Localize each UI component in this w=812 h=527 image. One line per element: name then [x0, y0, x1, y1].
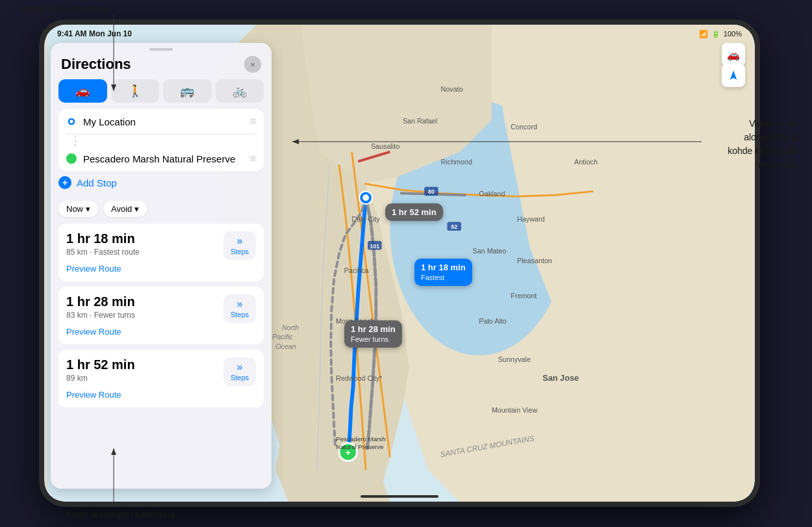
- svg-text:North: North: [282, 324, 299, 331]
- close-button[interactable]: ×: [244, 56, 261, 73]
- svg-text:Fremont: Fremont: [511, 292, 537, 300]
- add-stop-label: Add Stop: [77, 177, 117, 188]
- options-row: Now ▾ Avoid ▾: [51, 194, 272, 224]
- steps-2-chevrons: »: [237, 299, 243, 309]
- preview-route-1-button[interactable]: Preview Route: [66, 260, 256, 274]
- bottom-annotation: Katso reittiohjeet luettelona.: [65, 509, 177, 521]
- car-view-button[interactable]: 🚗: [722, 43, 745, 66]
- transport-bike-button[interactable]: 🚲: [216, 79, 264, 103]
- svg-text:Daly City: Daly City: [352, 215, 381, 223]
- svg-text:Oakland: Oakland: [479, 190, 505, 198]
- svg-text:San Mateo: San Mateo: [473, 247, 507, 255]
- svg-text:101: 101: [370, 243, 379, 250]
- panel-header: Directions ×: [51, 51, 272, 79]
- svg-point-51: [70, 120, 73, 123]
- svg-text:San Rafael: San Rafael: [403, 117, 437, 125]
- preview-route-3-button[interactable]: Preview Route: [66, 386, 256, 400]
- svg-text:Natural Preserve: Natural Preserve: [336, 443, 383, 450]
- svg-text:Antioch: Antioch: [574, 158, 598, 166]
- route-card-3: 1 hr 52 min 89 km » Steps Preview Route: [58, 350, 264, 407]
- transport-transit-button[interactable]: 🚌: [163, 79, 212, 103]
- fewerturns-callout-time: 1 hr 28 min: [351, 324, 396, 334]
- svg-text:Richmond: Richmond: [441, 158, 472, 166]
- svg-text:92: 92: [451, 224, 457, 230]
- route-2-time: 1 hr 28 min: [66, 294, 135, 309]
- svg-text:Concord: Concord: [511, 123, 537, 131]
- add-stop-row[interactable]: + Add Stop: [51, 171, 272, 194]
- wifi-icon: 📶: [699, 30, 708, 38]
- tablet-frame: 9:41 AM Mon Jun 10 📶 🔋 100%: [39, 19, 760, 507]
- svg-text:80: 80: [428, 188, 435, 195]
- route-3-detail: 89 km: [66, 374, 135, 383]
- svg-text:Redwood City*: Redwood City*: [336, 374, 383, 382]
- time-option[interactable]: Now ▾: [58, 201, 98, 217]
- time-label: Now: [66, 204, 83, 214]
- fewerturns-callout-label: Fewer turns: [351, 335, 388, 343]
- third-route-callout: 1 hr 52 min: [385, 203, 443, 221]
- svg-text:Hayward: Hayward: [517, 215, 544, 223]
- fastest-callout-label: Fastest: [421, 274, 444, 281]
- add-stop-icon: +: [58, 176, 71, 189]
- origin-row: My Location ≡: [66, 109, 256, 135]
- home-indicator: [361, 495, 438, 498]
- route-3-info: 1 hr 52 min 89 km: [66, 357, 135, 383]
- steps-1-chevrons: »: [237, 236, 243, 246]
- route-1-steps-button[interactable]: » Steps: [223, 231, 256, 260]
- top-annotation-text: Valitse matkustustapa.: [19, 4, 110, 14]
- transport-car-button[interactable]: 🚗: [58, 79, 107, 103]
- route-3-time: 1 hr 52 min: [66, 357, 135, 372]
- route-2-header: 1 hr 28 min 83 km · Fewer turns » Steps: [66, 294, 256, 323]
- status-right: 📶 🔋 100%: [699, 30, 742, 38]
- svg-text:San Jose: San Jose: [542, 373, 579, 383]
- route-1-info: 1 hr 18 min 85 km · Fastest route: [66, 231, 140, 257]
- route-2-steps-button[interactable]: » Steps: [223, 294, 256, 323]
- fastest-callout-time: 1 hr 18 min: [421, 263, 466, 272]
- route-3-header: 1 hr 52 min 89 km » Steps: [66, 357, 256, 386]
- right-annotation-text: Vaihda reitin aloituspiste ja kohde kesk…: [728, 117, 799, 172]
- avoid-chevron: ▾: [134, 204, 139, 214]
- avoid-label: Avoid: [111, 204, 132, 214]
- battery-icon: 🔋: [711, 30, 720, 38]
- steps-2-label: Steps: [231, 311, 249, 318]
- preview-route-2-button[interactable]: Preview Route: [66, 323, 256, 337]
- route-2-detail: 83 km · Fewer turns: [66, 311, 135, 320]
- svg-text:Pescadero Marsh: Pescadero Marsh: [336, 435, 386, 443]
- origin-drag-handle: ≡: [250, 116, 256, 127]
- connector-dots: ⋮: [66, 135, 256, 146]
- route-3-steps-button[interactable]: » Steps: [223, 357, 256, 386]
- route-cards: 1 hr 18 min 85 km · Fastest route » Step…: [51, 224, 272, 413]
- svg-text:Palo Alto: Palo Alto: [479, 317, 506, 325]
- right-annotation: Vaihda reitin aloituspiste ja kohde kesk…: [728, 117, 799, 172]
- svg-text:Ocean: Ocean: [275, 342, 296, 350]
- route-inputs: My Location ≡ ⋮ Pescadero Marsh Natural …: [58, 109, 264, 171]
- fewerturns-route-callout: 1 hr 28 min Fewer turns: [344, 320, 402, 348]
- svg-text:Pleasanton: Pleasanton: [517, 257, 552, 264]
- location-button[interactable]: [722, 64, 745, 87]
- svg-point-16: [362, 194, 369, 201]
- route-card-2: 1 hr 28 min 83 km · Fewer turns » Steps …: [58, 287, 264, 344]
- steps-3-chevrons: »: [237, 362, 243, 372]
- status-bar: 9:41 AM Mon Jun 10 📶 🔋 100%: [44, 25, 755, 43]
- destination-row: Pescadero Marsh Natural Preserve ≡: [66, 146, 256, 171]
- route-1-header: 1 hr 18 min 85 km · Fastest route » Step…: [66, 231, 256, 260]
- third-callout-time: 1 hr 52 min: [392, 207, 437, 217]
- panel-title: Directions: [61, 56, 131, 73]
- svg-text:Pacifica: Pacifica: [344, 266, 369, 274]
- route-1-time: 1 hr 18 min: [66, 231, 140, 246]
- destination-drag-handle: ≡: [250, 153, 256, 164]
- route-2-info: 1 hr 28 min 83 km · Fewer turns: [66, 294, 135, 320]
- destination-dot: [66, 153, 77, 164]
- svg-text:Sausalito: Sausalito: [371, 142, 400, 150]
- svg-text:Mountain View: Mountain View: [492, 406, 538, 414]
- route-card-1: 1 hr 18 min 85 km · Fastest route » Step…: [58, 224, 264, 281]
- route-1-detail: 85 km · Fastest route: [66, 248, 140, 257]
- origin-text[interactable]: My Location: [83, 116, 244, 127]
- avoid-option[interactable]: Avoid ▾: [103, 201, 147, 217]
- transport-walk-button[interactable]: 🚶: [111, 79, 160, 103]
- origin-icon: [66, 116, 77, 127]
- steps-3-label: Steps: [231, 374, 249, 381]
- destination-text[interactable]: Pescadero Marsh Natural Preserve: [83, 153, 244, 164]
- top-annotation: Valitse matkustustapa.: [19, 3, 110, 15]
- svg-text:Sunnyvale: Sunnyvale: [498, 355, 531, 363]
- time-chevron: ▾: [86, 204, 90, 214]
